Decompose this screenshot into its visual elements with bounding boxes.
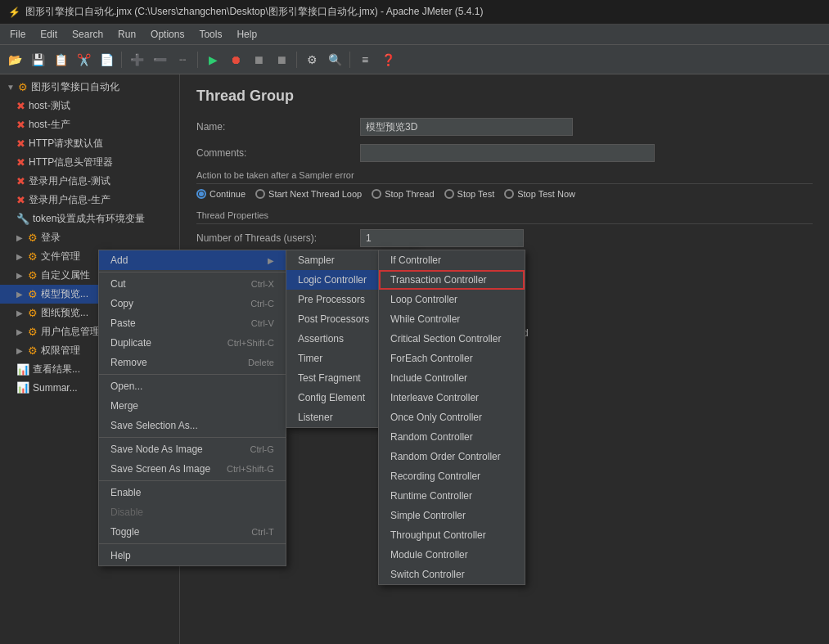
toolbar-remove[interactable]: ➖	[150, 50, 169, 70]
radio-stop-thread[interactable]: Stop Thread	[372, 189, 434, 199]
radio-continue[interactable]: Continue	[196, 189, 246, 199]
ctx1-paste-label: Paste	[110, 317, 136, 329]
tree-arrow-root: ▼	[7, 83, 15, 92]
ctx3-throughput-controller[interactable]: Throughput Controller	[379, 525, 525, 545]
ctx1-remove[interactable]: Remove Delete	[99, 353, 286, 372]
radio-circle-stop-test	[444, 189, 454, 199]
tree-label-11: 模型预览...	[41, 287, 88, 301]
ctx3-random-order-controller[interactable]: Random Order Controller	[379, 447, 525, 466]
toolbar-list[interactable]: ≡	[355, 50, 375, 70]
ctx1-cut-shortcut: Ctrl-X	[251, 279, 274, 289]
ctx1-toggle[interactable]: Toggle Ctrl-T	[99, 522, 286, 542]
toolbar-help[interactable]: ❓	[378, 50, 398, 70]
toolbar: 📂 💾 📋 ✂️ 📄 ➕ ➖ ╌ ▶ ⏺ ⏹ ⏹ ⚙ 🔍 ≡ ❓	[0, 45, 829, 74]
ctx3-while-controller[interactable]: While Controller	[379, 309, 525, 329]
ctx3-loop-controller[interactable]: Loop Controller	[379, 290, 525, 309]
ctx3-transaction-controller[interactable]: Transaction Controller	[379, 270, 525, 290]
toolbar-add[interactable]: ➕	[127, 50, 146, 70]
ctx1-merge[interactable]: Merge	[99, 396, 286, 416]
radio-stop-test[interactable]: Stop Test	[444, 189, 495, 199]
title-icon: ⚡	[8, 7, 20, 18]
tree-root[interactable]: ▼ ⚙ 图形引擎接口自动化	[0, 78, 179, 97]
tree-icon-1: ✖	[16, 100, 25, 112]
ctx1-toggle-shortcut: Ctrl-T	[251, 527, 274, 537]
ctx3-if-controller[interactable]: If Controller	[379, 250, 525, 270]
toolbar-save[interactable]: 💾	[28, 50, 47, 70]
ctx1-save-selection[interactable]: Save Selection As...	[99, 416, 286, 435]
tree-item-4[interactable]: ✖ HTTP信息头管理器	[0, 153, 179, 172]
ctx1-add[interactable]: Add ▶	[99, 250, 286, 270]
tree-icon-2: ✖	[16, 119, 25, 131]
radio-label-next-thread: Start Next Thread Loop	[268, 189, 362, 199]
ctx3-random-controller[interactable]: Random Controller	[379, 427, 525, 447]
toolbar-new[interactable]: 📂	[5, 50, 25, 70]
tree-label-10: 自定义属性	[41, 268, 90, 282]
menu-tools[interactable]: Tools	[192, 26, 228, 43]
menu-edit[interactable]: Edit	[34, 26, 64, 43]
toolbar-cut[interactable]: ✂️	[74, 50, 93, 70]
menu-file[interactable]: File	[3, 26, 32, 43]
toolbar-settings[interactable]: ⚙	[302, 50, 322, 70]
ctx3-runtime-controller[interactable]: Runtime Controller	[379, 486, 525, 506]
ctx1-save-screen[interactable]: Save Screen As Image Ctrl+Shift-G	[99, 459, 286, 479]
ctx1-disable: Disable	[99, 502, 286, 522]
tree-item-3[interactable]: ✖ HTTP请求默认值	[0, 134, 179, 153]
ctx1-remove-shortcut: Delete	[248, 358, 274, 367]
context-menu-3: If Controller Transaction Controller Loo…	[378, 250, 525, 585]
toolbar-zoom[interactable]: 🔍	[325, 50, 345, 70]
toolbar-paste[interactable]: 📄	[97, 50, 116, 70]
ctx3-once-only-controller[interactable]: Once Only Controller	[379, 408, 525, 427]
toolbar-copy[interactable]: 📋	[51, 50, 70, 70]
ctx1-sep-3	[99, 437, 286, 438]
ctx1-enable[interactable]: Enable	[99, 483, 286, 502]
ctx1-open[interactable]: Open...	[99, 376, 286, 396]
tree-item-8[interactable]: ▶ ⚙ 登录	[0, 228, 179, 247]
tree-item-6[interactable]: ✖ 登录用户信息-生产	[0, 191, 179, 209]
ctx3-switch-controller[interactable]: Switch Controller	[379, 565, 525, 584]
tree-label-8: 登录	[41, 231, 61, 245]
tree-item-5[interactable]: ✖ 登录用户信息-测试	[0, 172, 179, 191]
tree-label-9: 文件管理	[41, 250, 80, 263]
ctx1-sep-2	[99, 374, 286, 375]
toolbar-run[interactable]: ▶	[203, 50, 223, 70]
tree-item-7[interactable]: 🔧 token设置成共有环境变量	[0, 209, 179, 228]
ctx3-interleave-controller[interactable]: Interleave Controller	[379, 388, 525, 408]
ctx1-copy[interactable]: Copy Ctrl-C	[99, 294, 286, 313]
ctx1-duplicate-shortcut: Ctrl+Shift-C	[228, 338, 274, 348]
ctx3-critical-label: Critical Section Controller	[390, 333, 501, 345]
ctx1-help[interactable]: Help	[99, 546, 286, 565]
menu-run[interactable]: Run	[111, 26, 142, 43]
toolbar-minus2[interactable]: ╌	[173, 50, 192, 70]
action-label: Action to be taken after a Sampler error	[196, 170, 813, 184]
ctx1-duplicate[interactable]: Duplicate Ctrl+Shift-C	[99, 333, 286, 353]
tree-label-12: 图纸预览...	[41, 306, 88, 320]
toolbar-stop2[interactable]: ⏹	[272, 50, 291, 70]
tree-icon-12: ⚙	[28, 307, 38, 319]
name-input[interactable]	[360, 118, 573, 136]
comments-input[interactable]	[360, 144, 655, 162]
menu-help[interactable]: Help	[230, 26, 264, 43]
num-threads-input[interactable]	[360, 229, 524, 247]
radio-next-thread[interactable]: Start Next Thread Loop	[255, 189, 362, 199]
tree-item-1[interactable]: ✖ host-测试	[0, 97, 179, 115]
ctx3-module-controller[interactable]: Module Controller	[379, 545, 525, 565]
menu-search[interactable]: Search	[65, 26, 110, 43]
ctx3-critical-section[interactable]: Critical Section Controller	[379, 329, 525, 349]
tree-item-2[interactable]: ✖ host-生产	[0, 115, 179, 134]
menu-options[interactable]: Options	[144, 26, 191, 43]
ctx1-paste[interactable]: Paste Ctrl-V	[99, 313, 286, 333]
ctx1-cut[interactable]: Cut Ctrl-X	[99, 274, 286, 294]
action-radio-group: Continue Start Next Thread Loop Stop Thr…	[196, 189, 813, 199]
ctx3-foreach-controller[interactable]: ForEach Controller	[379, 349, 525, 368]
ctx1-disable-label: Disable	[110, 507, 143, 518]
ctx3-include-controller[interactable]: Include Controller	[379, 368, 525, 388]
toolbar-record[interactable]: ⏺	[226, 50, 246, 70]
ctx1-duplicate-label: Duplicate	[110, 337, 151, 349]
ctx3-recording-controller[interactable]: Recording Controller	[379, 466, 525, 486]
toolbar-stop[interactable]: ⏹	[249, 50, 268, 70]
ctx2-sampler-label: Sampler	[298, 254, 335, 266]
ctx1-save-node[interactable]: Save Node As Image Ctrl-G	[99, 439, 286, 459]
ctx3-simple-controller[interactable]: Simple Controller	[379, 506, 525, 525]
ctx2-pre-label: Pre Processors	[298, 294, 365, 305]
radio-stop-test-now[interactable]: Stop Test Now	[504, 189, 575, 199]
